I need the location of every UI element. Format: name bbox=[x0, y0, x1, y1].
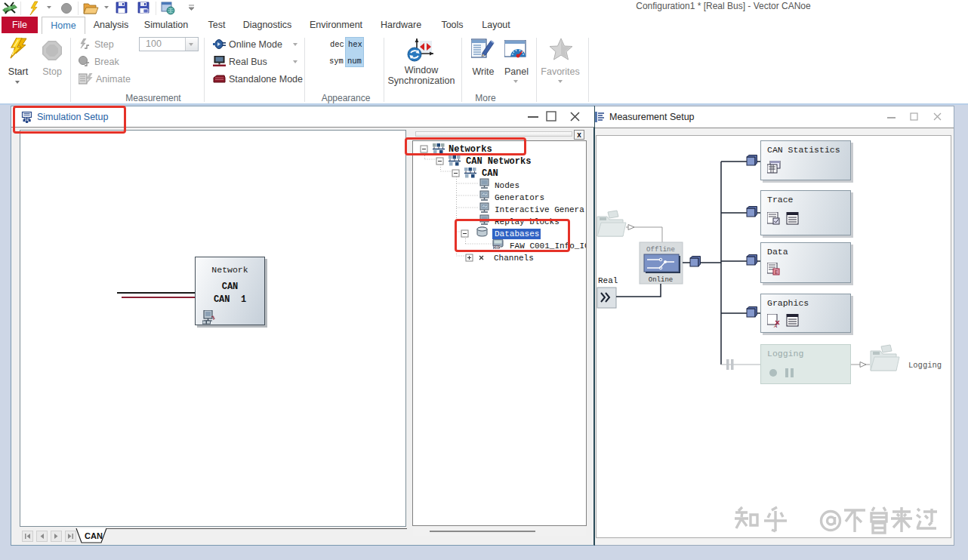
svg-text:Offline: Offline bbox=[646, 246, 675, 254]
svg-text:A: A bbox=[773, 323, 778, 328]
svg-text:Real: Real bbox=[598, 276, 618, 285]
svg-text:Online: Online bbox=[649, 276, 673, 284]
svg-text:Logging: Logging bbox=[908, 361, 942, 370]
svg-text:CAN: CAN bbox=[85, 531, 103, 540]
svg-text:E: E bbox=[775, 269, 778, 275]
